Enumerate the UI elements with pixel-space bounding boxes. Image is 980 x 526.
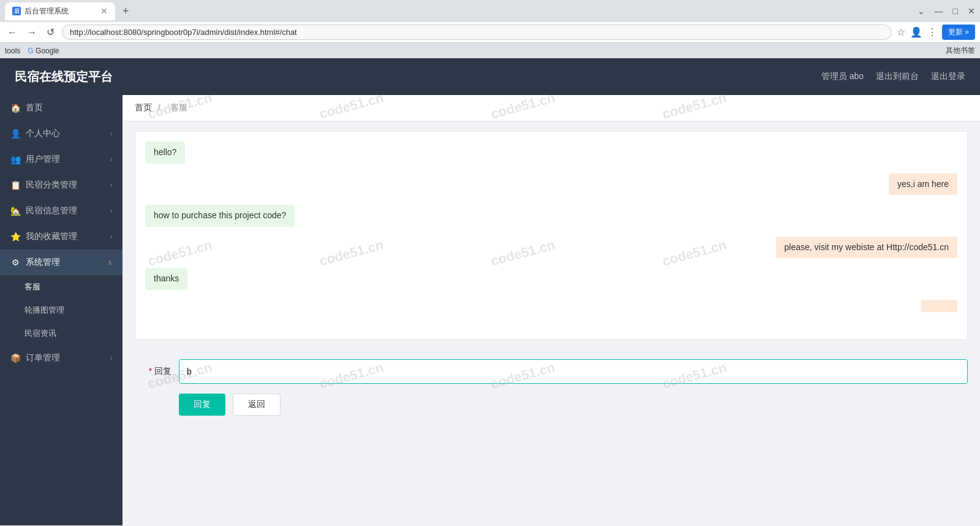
sidebar-item-news[interactable]: 民宿资讯 [0,322,123,345]
star-fav-icon: ⭐ [10,232,21,242]
chat-text-4: please, visit my webiste at Http://code5… [785,242,949,252]
bookmark-google[interactable]: G Google [28,47,59,55]
close-button[interactable]: ✕ [968,6,975,16]
breadcrumb-current: 客服 [170,102,187,112]
address-bar: ← → ↺ ☆ 👤 ⋮ 更新 » [0,22,980,43]
tab-title: 后台管理系统 [24,6,97,17]
chevron-right-icon: › [110,129,113,138]
sidebar-item-home[interactable]: 🏠 首页 [0,95,123,121]
back-button[interactable]: ← [5,26,20,39]
chat-bubble-4: please, visit my webiste at Http://code5… [776,237,957,259]
users-icon: 👥 [10,154,21,164]
home-icon: 🏠 [10,103,21,113]
chat-text-5: thanks [154,273,179,283]
reply-form: * 回复 回复 返回 [135,349,968,425]
chevron-down-icon[interactable]: ⌄ [918,6,925,16]
reply-input[interactable] [179,359,968,384]
browser-titlebar: 后 后台管理系统 ✕ + ⌄ — □ ✕ [0,0,980,22]
sidebar-item-personal[interactable]: 👤 个人中心 › [0,121,123,147]
chevron-right-icon-3: › [110,181,113,189]
chat-text-3: how to purchase this project code? [154,210,286,220]
breadcrumb-home[interactable]: 首页 [135,102,152,112]
form-row-reply: * 回复 [135,359,968,384]
sidebar: 🏠 首页 👤 个人中心 › 👥 用户管理 › [0,95,123,525]
reply-button[interactable]: 回复 [179,394,225,416]
address-input[interactable] [62,25,892,40]
sidebar-item-user-mgmt[interactable]: 👥 用户管理 › [0,147,123,172]
sidebar-orders-label: 订单管理 [26,353,60,364]
app-header-right: 管理员 abo 退出到前台 退出登录 [821,71,965,82]
sidebar-home-label: 首页 [26,102,43,113]
form-actions: 回复 返回 [135,394,968,416]
sidebar-minsu-info-label: 民宿信息管理 [26,205,77,216]
chat-message-5: thanks [145,268,957,290]
chat-container: hello? yes,i am here how to pu [135,131,968,340]
browser-chrome: 后 后台管理系统 ✕ + ⌄ — □ ✕ ← → ↺ ☆ 👤 ⋮ 更新 » to… [0,0,980,58]
chevron-right-icon-4: › [110,207,113,215]
bookmark-tools[interactable]: tools [5,47,20,55]
main-content: 首页 / 客服 hello? [123,95,980,525]
chat-messages[interactable]: hello? yes,i am here how to pu [135,131,968,340]
sidebar-minsu-category-label: 民宿分类管理 [26,180,77,191]
chevron-right-icon-6: › [110,354,113,362]
chat-bubble-6 [921,300,957,312]
sidebar-item-chat[interactable]: 客服 [0,275,123,299]
sidebar-carousel-label: 轮播图管理 [24,305,64,314]
chevron-down-icon-sidebar: ∧ [107,258,113,267]
chevron-right-icon-5: › [110,232,113,241]
sidebar-system-label: 系统管理 [26,257,60,268]
chat-bubble-5: thanks [145,268,187,290]
profile-icon[interactable]: 👤 [910,26,922,38]
menu-icon[interactable]: ⋮ [927,26,937,38]
sidebar-user-mgmt-label: 用户管理 [26,154,60,165]
home2-icon: 🏡 [10,206,21,216]
category-icon: 📋 [10,180,21,190]
window-controls: ⌄ — □ ✕ [918,6,975,16]
back-button-form[interactable]: 返回 [233,394,281,416]
chat-text-1: hello? [154,147,176,157]
sidebar-item-orders[interactable]: 📦 订单管理 › [0,345,123,371]
star-icon[interactable]: ☆ [897,26,905,38]
new-tab-button[interactable]: + [120,5,132,18]
tab-close-icon[interactable]: ✕ [100,6,108,16]
maximize-button[interactable]: □ [953,6,958,16]
chat-bubble-2: yes,i am here [889,173,957,196]
bookmark-others[interactable]: 其他书签 [946,45,975,56]
chat-text-2: yes,i am here [897,179,949,189]
breadcrumb-separator: / [158,102,160,112]
minimize-button[interactable]: — [935,6,943,16]
chat-message-3: how to purchase this project code? [145,205,957,227]
chat-bubble-1: hello? [145,142,185,164]
chat-message-2: yes,i am here [145,173,957,196]
forward-button[interactable]: → [24,26,39,39]
logout-link[interactable]: 退出登录 [931,71,965,82]
refresh-button[interactable]: ↺ [44,25,57,39]
chat-message-6 [145,300,957,312]
sidebar-news-label: 民宿资讯 [24,329,56,338]
browser-tab[interactable]: 后 后台管理系统 ✕ [5,2,115,20]
sidebar-item-system[interactable]: ⚙ 系统管理 ∧ [0,250,123,275]
tab-favicon: 后 [12,7,21,15]
app-wrapper: 民宿在线预定平台 管理员 abo 退出到前台 退出登录 🏠 首页 👤 个人中心 [0,58,980,525]
reply-label: * 回复 [135,366,172,377]
sidebar-item-minsu-category[interactable]: 📋 民宿分类管理 › [0,172,123,198]
gear-icon: ⚙ [10,257,21,267]
content-area: hello? yes,i am here how to pu [123,131,980,438]
back-to-front-link[interactable]: 退出到前台 [876,71,919,82]
sidebar-item-carousel[interactable]: 轮播图管理 [0,299,123,322]
person-icon: 👤 [10,129,21,139]
app-header: 民宿在线预定平台 管理员 abo 退出到前台 退出登录 [0,58,980,95]
admin-label: 管理员 abo [821,71,864,82]
sidebar-item-favorites[interactable]: ⭐ 我的收藏管理 › [0,224,123,250]
app-logo: 民宿在线预定平台 [15,69,113,85]
orders-icon: 📦 [10,353,21,363]
sidebar-item-minsu-info[interactable]: 🏡 民宿信息管理 › [0,198,123,224]
chevron-right-icon-2: › [110,155,113,164]
chat-bubble-3: how to purchase this project code? [145,205,295,227]
address-icons: ☆ 👤 ⋮ [897,26,937,38]
breadcrumb: 首页 / 客服 [123,95,980,121]
update-button[interactable]: 更新 » [942,25,975,40]
sidebar-chat-label: 客服 [24,282,40,291]
chat-message-1: hello? [145,142,957,164]
sidebar-personal-label: 个人中心 [26,128,60,139]
